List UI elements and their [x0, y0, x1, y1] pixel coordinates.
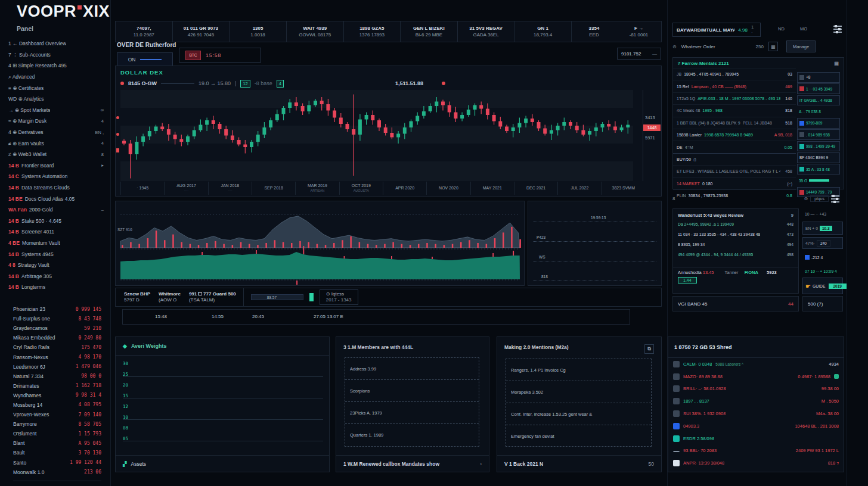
orderbook-row[interactable]: 1 BBT BBL (94) 8 JQ4948 BLPK 9PELL 14 JB… [673, 117, 796, 129]
analytics-row[interactable]: Da 2+4495, 99842 .a 1 199409448 [673, 219, 798, 229]
watchlist-row[interactable]: Cryl Radio Rails175 470 [13, 342, 101, 352]
market-tile[interactable]: 1 ·· 03 45 3949 [797, 83, 840, 94]
nav-link-nd[interactable]: ND [778, 26, 785, 32]
activity-row[interactable]: 93 BBL· 70 20832409 FW 93 1 1972 L [668, 445, 844, 457]
manage-button[interactable]: Manage [786, 40, 816, 52]
market-tile[interactable]: 35 A . 33 8 48 [797, 164, 840, 175]
orderbook-row[interactable]: 1T2a5 1QAFIE-033 - 18 M - 1997 03008 507… [673, 92, 796, 104]
activity-row[interactable]: CALM· 0 03485988 Laborers ^4934 [668, 358, 844, 370]
sidebar-menu-item[interactable]: 4 BEMomentum Vault [8, 238, 104, 249]
market-tile[interactable]: A. . 79 038 8 [797, 107, 840, 117]
level-row[interactable]: 19:59:13 [533, 214, 656, 222]
level-row[interactable]: P423 [533, 234, 656, 242]
level-row[interactable]: WS [533, 254, 656, 261]
market-tile[interactable]: 9799-809 [797, 118, 840, 129]
orderbook-row[interactable]: JB18045 , 4T05 40941 , 78994503 [673, 68, 796, 80]
market-tile[interactable]: +8 [797, 72, 840, 83]
time-axis-label[interactable]: 3823 SVMM [602, 182, 645, 195]
price-minibox[interactable]: 9101.752— [617, 48, 661, 60]
toggle-slider[interactable] [140, 59, 162, 60]
sidebar-menu-item[interactable]: 4 8Strategy Vault [8, 260, 104, 271]
sidebar-menu-item[interactable]: 1 ← Dashboard Overview [8, 38, 104, 49]
sidebar-menu-item[interactable]: ≠ ⊕ Earn Vaults4 [8, 138, 104, 149]
sidebar-menu-item[interactable]: 4 ⊕ DerivativesEN , [8, 127, 104, 138]
time-axis[interactable]: · 1945AUG 2017····JAN 2018····SEP 2018MA… [120, 182, 645, 195]
sidebar-menu-item[interactable]: 14 CSystems Automation [8, 171, 104, 182]
sidebar-menu-item[interactable]: 4 ⊞ Simple Research 495 [8, 60, 104, 71]
list-icon[interactable]: ▤ [834, 61, 839, 66]
interval-chip-2[interactable]: 4 [277, 80, 284, 88]
watchlist-row[interactable]: Natural 7.33498 00 0 [13, 372, 101, 381]
mini-button[interactable]: 2019 [829, 284, 847, 289]
list-row[interactable]: Scorpions [345, 380, 479, 402]
list-row[interactable]: Quarters 1. 1989 [345, 424, 479, 446]
filter-label[interactable]: Whatever Order [681, 44, 715, 49]
level-row[interactable]: 818 [533, 273, 656, 281]
sidebar-menu-item[interactable]: ≈ ⊕ Margin Desk4 [8, 116, 104, 127]
activity-row[interactable]: ESDR 2:58/098 [668, 432, 844, 445]
time-axis-label[interactable]: AUG 2017···· [164, 182, 207, 195]
grid-icon[interactable]: ▦ [768, 42, 778, 51]
watchlist-row[interactable]: O'Blument1 15 793 [13, 429, 101, 438]
time-axis-label[interactable]: APR 2020 [383, 182, 426, 195]
activity-row[interactable]: MAZO· 89 89 38 880 4987· 1 89588 [668, 370, 844, 383]
mini-tile[interactable]: -212 4 [802, 251, 843, 263]
analytics-row[interactable]: 8 8935, 199 34494 [673, 239, 798, 250]
sliders-icon[interactable] [833, 24, 842, 33]
time-axis-label[interactable]: JUL 2022 [557, 182, 601, 195]
sidebar-menu-item[interactable]: 14 BStake 500 · 4.645 [8, 216, 104, 227]
watchlist-row[interactable]: Drinamates1 162 718 [13, 381, 101, 391]
pkg-chip[interactable]: piqus [810, 195, 829, 202]
count-strip[interactable]: 500 (7) [802, 296, 843, 311]
analytics-row[interactable]: 11 034 - 33 133 3535 - 434 . 438 43 3943… [673, 229, 798, 239]
watchlist-row[interactable]: Wyndhames9 98 31 4 [13, 391, 101, 400]
watchlist-row[interactable]: Mossberg 144 08 795 [13, 400, 101, 410]
list-row[interactable]: 23Picks A. 1979 [345, 402, 479, 424]
orderbook-row[interactable]: 15898 Lawler1998 6578 799948 8 9489A 9B,… [673, 129, 796, 141]
time-axis-label[interactable]: MAY 2021 [470, 182, 514, 195]
sidebar-menu-item[interactable]: 14 BLongterms [8, 282, 104, 293]
orderbook-row[interactable]: 14 MARKET0 180(⌐) [673, 177, 796, 189]
list-row[interactable]: Emergency fan deviat [506, 425, 651, 447]
app-logo[interactable]: VOOPRXIX [17, 2, 110, 21]
time-axis-label[interactable]: JAN 2018···· [208, 182, 252, 195]
activity-row[interactable]: ANPR· 13:39 38/048818 ⁊ [668, 457, 844, 469]
sidebar-menu-item[interactable]: 14 BData Streams Clouds [8, 182, 104, 194]
session-times-strip[interactable]: 15:4814:5520:4527:05 13:07 E [122, 309, 630, 325]
time-axis-label[interactable]: · 1945 [120, 182, 164, 195]
mini-tile[interactable]: ☛GUIDE2019 [802, 278, 843, 294]
interval-chip-1[interactable]: 12 [240, 80, 250, 88]
watchlist-row[interactable]: Barrymore8 58 705 [13, 419, 101, 429]
time-axis-label[interactable]: OCT 2019AUGUSTA [339, 182, 383, 195]
market-tile[interactable]: BF 434C B994 9 [797, 152, 840, 163]
time-axis-label[interactable]: MAR 2019ARTISAN [295, 182, 339, 195]
time-axis-label[interactable]: DEC 2021 [514, 182, 557, 195]
sidebar-menu-item[interactable]: WD ⊕ Analytics [8, 94, 104, 105]
activity-row[interactable]: BRILL· –· 58:01.092899.38 00 [668, 383, 844, 395]
list-row[interactable]: Conf. Inter, increase 1.53.25 gent wear … [506, 403, 651, 425]
activity-row[interactable]: 1897 , . 8137M . 5050 [668, 395, 844, 407]
list-row[interactable]: Morapeka 3.502 [506, 381, 651, 403]
market-tile[interactable]: . 014 989 938 [797, 129, 840, 140]
watchlist-row[interactable]: BlantA 95 045 [13, 438, 101, 448]
timeframe-toggle[interactable]: ON [117, 52, 173, 67]
time-axis-label[interactable]: NOV 2020 [426, 182, 470, 195]
list-row[interactable]: Rangers, 1.4 P1 Invoice Cg [506, 359, 651, 381]
sidebar-menu-item[interactable]: ⌕ Advanced [8, 71, 104, 83]
watchlist-row[interactable]: Moonwalk 1.0213 06 [13, 468, 101, 477]
watchlist-row[interactable]: Santo1 99 120 44 [13, 458, 101, 468]
watchlist-row[interactable]: Leedsmoor 6J1 479 046 [13, 362, 101, 372]
list-row[interactable]: Address 3.99 [345, 358, 479, 380]
analytics-row[interactable]: 494 4099 @ 4344 - 94, 9 3444 44 / 493954… [673, 250, 798, 260]
mini-tile[interactable]: EN + 010.3 [802, 222, 843, 235]
account-summary[interactable]: BAYWARD/MTUALL MAYA 4.981 · [672, 23, 761, 37]
mini-tile[interactable]: 07 10 ·· + 10:09 4 [802, 266, 843, 276]
activity-row[interactable]: 04903.3104648 BL . 201 3008 [668, 420, 844, 432]
market-badge[interactable]: BTC 15:58 [179, 48, 261, 63]
market-tile[interactable]: 998 . 1499 39-49 [797, 141, 840, 152]
sidebar-menu-item[interactable]: 14 BEDocs Cloud Atlas 4.05 [8, 193, 104, 204]
orderbook-row[interactable]: ET LIFE3 . WTASEL 1 LASLILES OTE, POLL R… [673, 165, 796, 177]
orderbook-row[interactable]: 4C Meals 481995 - 988818 [673, 104, 796, 116]
price-axis[interactable]: 3413 1448 5971 [643, 90, 661, 181]
candlestick-plot[interactable] [120, 90, 633, 181]
